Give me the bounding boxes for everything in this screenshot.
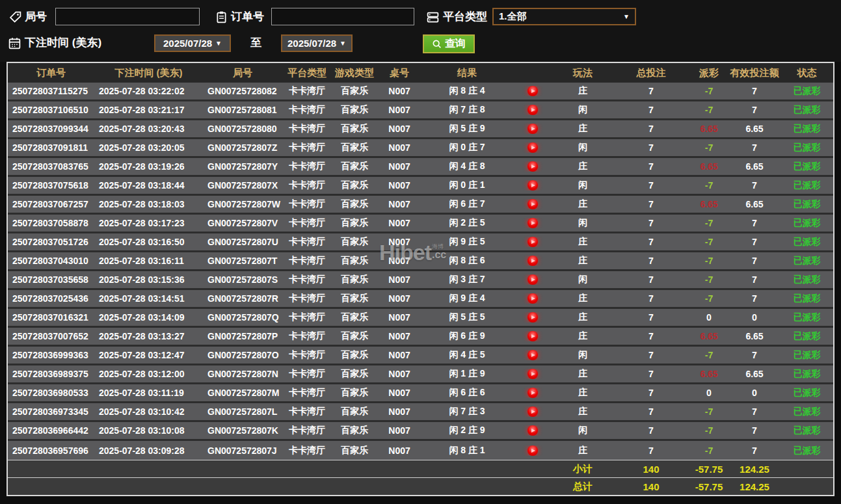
replay-button[interactable] (513, 161, 553, 172)
result-cell: 闲 6 庄 7 (421, 198, 513, 210)
bet-type-cell: 庄 (553, 161, 613, 172)
bet-time-label: 下注时间 (美东) (25, 35, 101, 50)
bet-type-cell: 闲 (553, 104, 613, 116)
platform-cell: 卡卡湾厅 (282, 123, 332, 135)
subtotal-payout: -57.75 (689, 464, 728, 475)
table-no-cell: N007 (377, 406, 421, 417)
payout-cell: -7 (689, 293, 728, 304)
order-no-input[interactable] (271, 8, 414, 25)
valid-bet-cell: 0 (728, 312, 781, 323)
status-cell: 已派彩 (781, 312, 833, 323)
table-no-cell: N007 (377, 293, 421, 304)
bet-time-cell: 2025-07-28 03:20:05 (94, 142, 203, 153)
round-no-input[interactable] (55, 8, 200, 25)
replay-button[interactable] (513, 180, 553, 191)
round-no-label: 局号 (25, 9, 47, 24)
valid-bet-cell: 0 (728, 388, 781, 398)
valid-bet-cell: 7 (728, 218, 781, 228)
bet-type-cell: 闲 (553, 425, 613, 436)
bet-type-cell: 庄 (553, 236, 613, 248)
total-bet-cell: 7 (613, 445, 689, 456)
replay-button[interactable] (513, 105, 553, 115)
valid-bet-cell: 6.65 (728, 369, 781, 379)
date-to-picker[interactable]: 2025/07/28 ▼ (281, 34, 353, 52)
payout-cell: -7 (689, 142, 728, 153)
total-bet-cell: 7 (613, 180, 689, 191)
table-no-cell: N007 (377, 331, 421, 341)
platform-cell: 卡卡湾厅 (282, 425, 332, 436)
replay-button[interactable] (513, 142, 553, 153)
game-type-cell: 百家乐 (332, 368, 377, 380)
platform-cell: 卡卡湾厅 (282, 255, 332, 267)
total-valid-bet: 124.25 (728, 481, 781, 492)
replay-button[interactable] (513, 124, 553, 134)
game-type-cell: 百家乐 (332, 330, 377, 342)
total-bet-cell: 7 (613, 256, 689, 266)
replay-button[interactable] (513, 274, 553, 285)
replay-button[interactable] (513, 218, 553, 228)
valid-bet-cell: 7 (728, 445, 781, 456)
platform-cell: 卡卡湾厅 (282, 179, 332, 191)
total-bet-cell: 7 (613, 124, 689, 134)
game-type-cell: 百家乐 (332, 293, 377, 304)
result-cell: 闲 4 庄 5 (421, 349, 513, 361)
bet-time-cell: 2025-07-28 03:18:44 (94, 180, 203, 191)
bet-time-cell: 2025-07-28 03:10:42 (94, 406, 203, 417)
order-no-cell: 250728036989375 (8, 369, 94, 379)
result-cell: 闲 0 庄 7 (421, 142, 513, 153)
table-no-cell: N007 (377, 445, 421, 456)
bet-time-cell: 2025-07-28 03:16:50 (94, 237, 203, 247)
bet-time-cell: 2025-07-28 03:10:08 (94, 425, 203, 436)
replay-button[interactable] (513, 199, 553, 209)
status-cell: 已派彩 (781, 179, 833, 191)
replay-button[interactable] (513, 425, 553, 436)
play-icon (527, 293, 538, 304)
status-cell: 已派彩 (781, 387, 833, 399)
payout-cell: -7 (689, 218, 728, 228)
platform-cell: 卡卡湾厅 (282, 368, 332, 380)
round-no-cell: GN0072572807R (203, 293, 282, 304)
table-no-cell: N007 (377, 369, 421, 379)
total-bet-cell: 7 (613, 86, 689, 96)
replay-button[interactable] (513, 256, 553, 266)
table-no-cell: N007 (377, 256, 421, 266)
valid-bet-cell: 7 (728, 180, 781, 191)
payout-cell: 6.65 (689, 199, 728, 209)
replay-button[interactable] (513, 445, 553, 456)
replay-button[interactable] (513, 312, 553, 323)
header-total-bet: 总投注 (613, 67, 689, 79)
play-icon (527, 312, 538, 323)
replay-button[interactable] (513, 369, 553, 379)
bet-time-cell: 2025-07-28 03:14:51 (94, 293, 203, 304)
date-from-picker[interactable]: 2025/07/28 ▼ (154, 34, 231, 52)
replay-button[interactable] (513, 388, 553, 398)
result-cell: 闲 2 庄 9 (421, 425, 513, 436)
bet-time-cell: 2025-07-28 03:09:28 (94, 445, 203, 456)
query-button[interactable]: 查询 (423, 34, 475, 53)
bet-records-table: 订单号 下注时间 (美东) 局号 平台类型 游戏类型 桌号 结果 玩法 总投注 … (7, 62, 834, 496)
table-row: 2507280369805332025-07-28 03:11:19GN0072… (8, 384, 833, 403)
platform-type-select[interactable]: 1.全部 ▼ (492, 8, 636, 25)
play-icon (527, 256, 538, 266)
bet-time-cell: 2025-07-28 03:19:26 (94, 161, 203, 172)
table-no-cell: N007 (377, 425, 421, 436)
order-no-cell: 250728036999363 (8, 350, 94, 360)
result-cell: 闲 6 庄 6 (421, 387, 513, 399)
total-bet-cell: 7 (613, 293, 689, 304)
table-row: 2507280370756182025-07-28 03:18:44GN0072… (8, 177, 833, 196)
platform-cell: 卡卡湾厅 (282, 349, 332, 361)
order-no-cell: 250728037067257 (8, 199, 94, 209)
replay-button[interactable] (513, 293, 553, 304)
date-to-separator: 至 (250, 35, 261, 50)
bet-time-cell: 2025-07-28 03:13:27 (94, 331, 203, 341)
total-bet-cell: 7 (613, 388, 689, 398)
bet-type-cell: 闲 (553, 274, 613, 285)
bet-time-cell: 2025-07-28 03:12:47 (94, 350, 203, 360)
replay-button[interactable] (513, 350, 553, 360)
play-icon (527, 86, 538, 96)
replay-button[interactable] (513, 86, 553, 96)
round-no-cell: GN0072572807Z (203, 142, 282, 153)
replay-button[interactable] (513, 406, 553, 417)
replay-button[interactable] (513, 331, 553, 341)
replay-button[interactable] (513, 237, 553, 247)
